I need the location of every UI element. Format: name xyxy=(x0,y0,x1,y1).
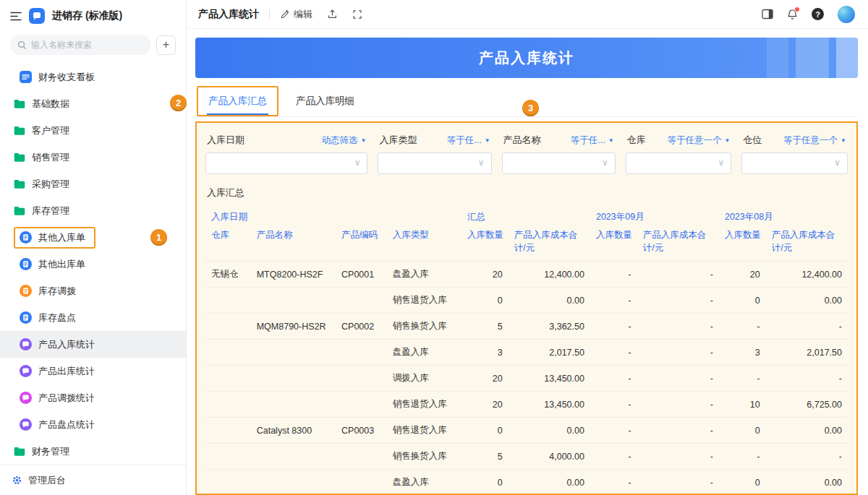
filter-3: 仓库等于任意一个▼∨ xyxy=(626,132,732,174)
table-cell: - xyxy=(766,314,848,340)
table-row: Catalyst 8300CP0003销售退货入库00.00--00.00 xyxy=(205,418,848,444)
table-cell: 5 xyxy=(461,444,509,470)
sidebar-item-4[interactable]: 采购管理 xyxy=(0,171,186,197)
fullscreen-button[interactable] xyxy=(352,9,362,20)
sidebar-item-label: 库存管理 xyxy=(32,205,69,218)
table-cell: 0.00 xyxy=(509,288,590,314)
table-row: 销售退货入库2013,450.00--106,725.00 xyxy=(205,392,848,418)
table-cell xyxy=(205,340,251,366)
caret-down-icon: ▼ xyxy=(608,137,614,144)
table-wrap[interactable]: 入库日期汇总2023年09月2023年08月仓库产品名称产品编码入库类型入库数量… xyxy=(205,205,848,494)
table-cell: 3 xyxy=(461,340,509,366)
sidebar-item-label: 产品入库统计 xyxy=(38,338,95,351)
filter-operator-dropdown[interactable]: 等于任...▼ xyxy=(571,134,614,147)
sidebar-item-6[interactable]: 其他入库单1 xyxy=(0,224,186,251)
filter-value-select[interactable]: ∨ xyxy=(626,152,732,174)
sidebar-item-8[interactable]: 库存调拨 xyxy=(0,277,186,304)
avatar[interactable] xyxy=(838,6,855,23)
topbar-right: ? xyxy=(762,6,855,23)
sidebar-item-box: 基础数据 xyxy=(13,98,69,111)
gear-icon xyxy=(12,475,22,486)
sidebar-item-label: 产品盘点统计 xyxy=(38,418,95,431)
filter-0: 入库日期动态筛选▼∨ xyxy=(205,132,367,174)
sidebar-item-box: 其他出库单 xyxy=(20,258,85,271)
sidebar-item-box: 销售管理 xyxy=(13,151,69,164)
pencil-icon xyxy=(280,9,290,20)
sidebar-item-9[interactable]: 库存盘点 xyxy=(0,304,186,331)
search-input[interactable] xyxy=(31,40,143,50)
table-cell: 12,400.00 xyxy=(509,262,590,288)
table-cell xyxy=(205,314,251,340)
filter-operator-dropdown[interactable]: 等于任...▼ xyxy=(447,134,490,147)
sidebar-item-11[interactable]: 产品出库统计 xyxy=(0,358,186,384)
table-cell xyxy=(205,366,251,392)
column-header: 产品入库成本合计/元 xyxy=(637,226,719,262)
table-cell: - xyxy=(719,444,766,470)
topbar: 产品入库统计 编辑 xyxy=(187,0,868,29)
filter-value-select[interactable]: ∨ xyxy=(741,152,848,174)
search-box[interactable] xyxy=(10,35,150,55)
table-cell xyxy=(336,340,387,366)
help-button[interactable]: ? xyxy=(812,8,824,20)
sidebar-item-2[interactable]: 客户管理 xyxy=(0,117,186,144)
admin-label: 管理后台 xyxy=(28,474,66,487)
folder-icon xyxy=(13,151,25,163)
chart-purple-icon xyxy=(20,338,32,350)
table-cell: 5 xyxy=(461,314,509,340)
sidebar-item-14[interactable]: 财务管理 xyxy=(0,438,186,465)
tab-0[interactable]: 产品入库汇总 xyxy=(197,86,278,116)
filter-operator-dropdown[interactable]: 等于任意一个▼ xyxy=(783,134,846,147)
sidebar-item-12[interactable]: 产品调拨统计 xyxy=(0,384,186,411)
table-cell: 调拨入库 xyxy=(387,366,461,392)
notifications-button[interactable] xyxy=(787,9,798,20)
table-cell: - xyxy=(590,262,637,288)
tab-1[interactable]: 产品入库明细 xyxy=(286,87,365,115)
share-button[interactable] xyxy=(327,9,338,20)
folder-icon xyxy=(13,98,25,110)
column-header: 产品入库成本合计/元 xyxy=(766,226,848,262)
sidebar-item-box: 产品盘点统计 xyxy=(20,418,95,431)
sidebar-item-1[interactable]: 基础数据 xyxy=(0,90,186,117)
table-cell: - xyxy=(590,366,637,392)
filter-value-select[interactable]: ∨ xyxy=(378,152,491,174)
table-cell: 销售退货入库 xyxy=(387,418,461,444)
sidebar-item-5[interactable]: 库存管理 xyxy=(0,197,186,224)
filter-operator-dropdown[interactable]: 动态筛选▼ xyxy=(322,134,367,147)
sidebar-item-box: 产品调拨统计 xyxy=(20,392,95,405)
table-cell: 20 xyxy=(719,262,766,288)
chevron-down-icon: ∨ xyxy=(834,158,841,168)
table-cell: - xyxy=(590,288,637,314)
table-cell: 20 xyxy=(461,366,509,392)
edit-button[interactable]: 编辑 xyxy=(280,8,312,21)
hamburger-menu-icon[interactable] xyxy=(10,12,22,21)
caret-down-icon: ▼ xyxy=(361,137,367,144)
sidebar-item-13[interactable]: 产品盘点统计 xyxy=(0,411,186,438)
sidebar-item-3[interactable]: 销售管理 xyxy=(0,144,186,171)
table-cell: 盘盈入库 xyxy=(387,340,461,366)
table-cell: 盘盈入库 xyxy=(387,262,461,288)
sidebar-item-box: 财务收支看板 xyxy=(20,71,95,84)
sidebar-item-label: 客户管理 xyxy=(32,124,69,137)
table-cell: 2,017.50 xyxy=(766,340,848,366)
filter-value-select[interactable]: ∨ xyxy=(205,152,367,174)
table-cell: 0 xyxy=(461,418,509,444)
add-button[interactable]: + xyxy=(156,35,176,55)
sidebar-item-admin[interactable]: 管理后台 xyxy=(0,465,186,495)
column-header: 产品入库成本合计/元 xyxy=(509,226,590,262)
sidebar-item-0[interactable]: 财务收支看板 xyxy=(0,64,186,90)
sidebar-item-label: 库存盘点 xyxy=(38,311,76,324)
tab-label: 产品入库汇总 xyxy=(208,95,267,106)
table-cell: 13,450.00 xyxy=(509,392,590,418)
column-header: 仓库 xyxy=(205,226,251,262)
edit-label: 编辑 xyxy=(294,8,312,21)
sidebar-item-7[interactable]: 其他出库单 xyxy=(0,251,186,277)
chevron-down-icon: ∨ xyxy=(602,158,608,168)
filter-operator-dropdown[interactable]: 等于任意一个▼ xyxy=(667,134,730,147)
panel-toggle-button[interactable] xyxy=(762,9,773,20)
sidebar-item-10[interactable]: 产品入库统计 xyxy=(0,331,186,358)
table-cell: 20 xyxy=(461,262,509,288)
group-header: 2023年09月 xyxy=(590,205,719,226)
table-cell: CP0002 xyxy=(336,314,387,340)
divider xyxy=(269,9,270,20)
filter-value-select[interactable]: ∨ xyxy=(502,152,616,174)
